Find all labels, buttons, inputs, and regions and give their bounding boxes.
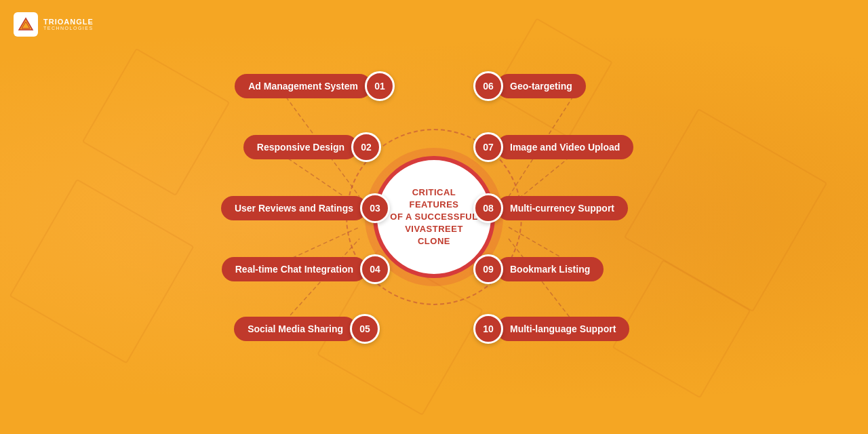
logo-icon [14,12,38,37]
feature-pill-5: Social Media Sharing [234,317,357,341]
feature-pill-2: Responsive Design [243,135,358,159]
feature-number-8: 08 [473,193,503,223]
feature-number-4: 04 [360,254,390,284]
feature-item-8: 08 Multi-currency Support [473,193,628,223]
feature-pill-10: Multi-language Support [496,317,629,341]
feature-pill-3: User Reviews and Ratings [221,196,367,220]
feature-item-2: Responsive Design 02 [243,132,381,162]
feature-item-3: User Reviews and Ratings 03 [221,193,390,223]
center-line3: OF A SUCCESSFUL [390,212,477,222]
feature-pill-9: Bookmark Listing [496,257,604,281]
feature-item-5: Social Media Sharing 05 [234,314,380,344]
feature-number-1: 01 [365,71,395,101]
feature-number-3: 03 [360,193,390,223]
feature-number-6: 06 [473,71,503,101]
feature-number-5: 05 [350,314,380,344]
feature-item-1: Ad Management System 01 [235,71,395,101]
logo-subtitle: TECHNOLOGIES [43,26,94,31]
feature-number-2: 02 [351,132,381,162]
feature-pill-8: Multi-currency Support [496,196,628,220]
logo-name: TRIOANGLE [43,18,94,26]
feature-number-10: 10 [473,314,503,344]
center-line1: CRITICAL [412,187,456,197]
feature-item-10: 10 Multi-language Support [473,314,629,344]
center-line5: CLONE [418,236,450,246]
feature-item-4: Real-time Chat Integration 04 [222,254,390,284]
center-line2: FEATURES [409,199,458,210]
feature-pill-6: Geo-targeting [496,74,586,98]
feature-pill-7: Image and Video Upload [496,135,633,159]
feature-number-9: 09 [473,254,503,284]
logo-text: TRIOANGLE TECHNOLOGIES [43,18,94,31]
center-text: CRITICAL FEATURES OF A SUCCESSFUL VIVAST… [383,180,484,255]
feature-item-6: 06 Geo-targeting [473,71,586,101]
svg-marker-0 [19,18,33,30]
logo: TRIOANGLE TECHNOLOGIES [14,12,94,37]
feature-number-7: 07 [473,132,503,162]
feature-pill-1: Ad Management System [235,74,372,98]
feature-item-7: 07 Image and Video Upload [473,132,633,162]
logo-svg [18,16,34,33]
center-line4: VIVASTREET [405,224,463,234]
feature-pill-4: Real-time Chat Integration [222,257,367,281]
feature-item-9: 09 Bookmark Listing [473,254,604,284]
